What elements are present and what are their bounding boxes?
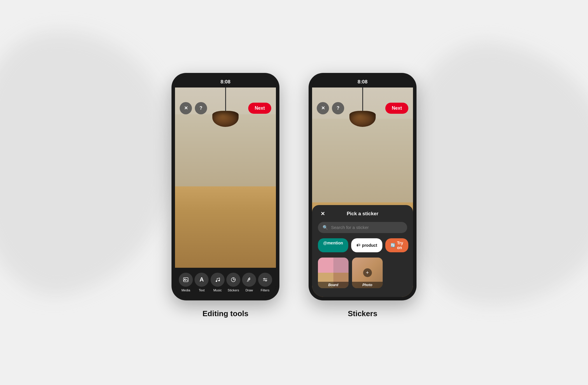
sticker-panel: ✕ Pick a sticker 🔍 Search for a sticker … [312,205,413,297]
tag-product-button[interactable]: 🏷 product [351,238,382,252]
right-phone-header: ✕ ? Next [312,102,413,114]
right-photo-area: ✕ ? Next ✕ Pick a sticker 🔍 S [312,88,413,297]
svg-point-7 [264,278,265,279]
right-phone-section: 8:08 [309,73,416,318]
right-phone-frame: 8:08 [309,73,416,300]
right-next-button[interactable]: Next [385,103,408,114]
brush-stroke-left [0,11,185,309]
sticker-grid: Board + Photo [318,258,407,288]
tag-mention-button[interactable]: @mention [318,238,348,252]
search-placeholder-text: Search for a sticker [331,225,369,230]
right-time: 8:08 [358,79,368,85]
face-q1 [318,258,333,273]
left-next-button[interactable]: Next [248,103,271,114]
sticker-tags-row: @mention 🏷 product 🔄 Try on [318,238,407,252]
left-caption: Editing tools [202,309,248,318]
product-tag-icon: 🏷 [356,243,360,247]
sticker-search-bar[interactable]: 🔍 Search for a sticker [318,222,407,233]
tryon-icon: 🔄 [391,243,395,247]
stickers-label: Stickers [228,288,239,292]
main-container: 8:08 [172,67,416,318]
photo-sticker-label: Photo [352,282,383,288]
tag-tryon-button[interactable]: 🔄 Try on [385,238,408,252]
search-icon: 🔍 [323,225,328,230]
right-phone-inner: 8:08 [312,76,413,297]
svg-point-3 [218,280,220,281]
tryon-label: Try on [397,241,403,250]
product-tag-label: product [362,243,377,248]
photo-plus-icon: + [363,268,372,277]
right-help-button[interactable]: ? [332,102,344,114]
left-phone-frame: 8:08 [172,73,279,300]
tool-media[interactable]: Media [179,273,193,292]
face-q2 [333,258,349,273]
sticker-panel-close-button[interactable]: ✕ [318,209,327,218]
svg-point-8 [265,280,267,281]
left-header-left: ✕ ? [180,102,207,114]
left-help-button[interactable]: ? [195,102,207,114]
left-status-bar: 8:08 [175,76,276,88]
music-label: Music [213,288,222,292]
left-phone-section: 8:08 [172,73,279,318]
sticker-panel-header: ✕ Pick a sticker [318,211,407,217]
board-sticker-label: Board [318,282,349,288]
media-label: Media [181,288,190,292]
left-photo-area: ✕ ? Next [175,88,276,268]
right-close-button[interactable]: ✕ [317,102,329,114]
tool-text[interactable]: A Text [195,273,209,292]
tool-stickers[interactable]: Stickers [226,273,240,292]
draw-icon [242,273,256,287]
left-time: 8:08 [220,79,230,85]
sticker-panel-title: Pick a sticker [347,211,379,217]
left-phone-inner: 8:08 [175,76,276,297]
svg-rect-0 [183,278,188,282]
sticker-board[interactable]: Board [318,258,349,288]
left-close-button[interactable]: ✕ [180,102,192,114]
stickers-icon [226,273,240,287]
media-icon [179,273,193,287]
left-toolbar: Media A Text [175,268,276,297]
left-room-photo [175,88,276,268]
filters-label: Filters [261,288,270,292]
text-icon: A [195,273,209,287]
right-status-bar: 8:08 [312,76,413,88]
right-caption: Stickers [348,309,377,318]
room-floor [175,186,276,267]
right-room-walls [312,119,413,213]
tool-music[interactable]: Music [211,273,225,292]
tool-draw[interactable]: Draw [242,273,256,292]
music-icon [211,273,225,287]
left-phone-header: ✕ ? Next [175,102,276,114]
brush-stroke-right [394,34,588,316]
svg-point-2 [216,280,217,282]
draw-label: Draw [246,288,253,292]
tool-filters[interactable]: Filters [258,273,272,292]
filters-icon [258,273,272,287]
sticker-photo[interactable]: + Photo [352,258,383,288]
text-label: Text [199,288,204,292]
right-header-left: ✕ ? [317,102,344,114]
